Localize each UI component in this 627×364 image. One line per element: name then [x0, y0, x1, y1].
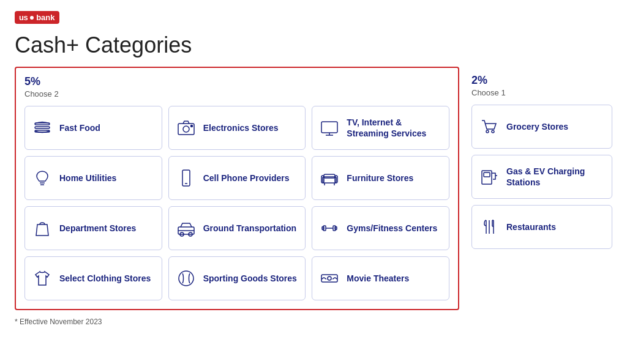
svg-rect-6 [321, 122, 337, 133]
category-label-clothing: Select Clothing Stores [59, 273, 151, 284]
category-card-gas-ev[interactable]: Gas & EV Charging Stations [471, 155, 612, 199]
tv-icon [318, 118, 340, 138]
category-label-gyms: Gyms/Fitness Centers [347, 223, 437, 234]
category-card-ground-transport[interactable]: Ground Transportation [168, 206, 306, 250]
category-label-tv-internet: TV, Internet & Streaming Services [347, 117, 443, 139]
category-grid-5: Fast Food Electronics Stores TV, Interne… [24, 106, 449, 300]
sofa-icon [318, 168, 340, 188]
svg-point-5 [190, 125, 192, 127]
category-label-cell-phone: Cell Phone Providers [203, 173, 290, 184]
category-label-furniture: Furniture Stores [347, 173, 413, 184]
category-grid-2: Grocery Stores Gas & EV Charging Station… [471, 105, 612, 249]
car-icon [175, 218, 197, 238]
footnote: * Effective November 2023 [15, 318, 612, 326]
svg-point-28 [179, 271, 193, 286]
bag-icon [31, 218, 53, 238]
category-card-clothing[interactable]: Select Clothing Stores [24, 256, 162, 300]
category-label-restaurants: Restaurants [506, 221, 556, 232]
camera-icon [175, 118, 197, 138]
svg-rect-34 [484, 173, 490, 177]
svg-rect-29 [321, 275, 337, 282]
svg-rect-1 [35, 127, 50, 128]
category-card-department[interactable]: Department Stores [24, 206, 162, 250]
section-5-percent: 5% Choose 2 Fast Food Electronics Stores [15, 67, 459, 310]
svg-point-31 [486, 130, 489, 133]
lightbulb-icon [31, 168, 53, 188]
logo-us-text: us [19, 13, 28, 22]
category-card-electronics[interactable]: Electronics Stores [168, 106, 306, 150]
section-5-label: 5% [24, 75, 449, 88]
ticket-icon [318, 269, 340, 288]
category-label-sporting-goods: Sporting Goods Stores [203, 273, 297, 284]
category-label-ground-transport: Ground Transportation [203, 223, 296, 234]
category-label-gas-ev: Gas & EV Charging Stations [506, 166, 606, 188]
burger-icon [31, 118, 53, 138]
main-layout: 5% Choose 2 Fast Food Electronics Stores [15, 67, 612, 310]
category-label-department: Department Stores [59, 223, 136, 234]
section-2-label: 2% [471, 74, 612, 87]
category-card-movie-theaters[interactable]: Movie Theaters [312, 256, 449, 300]
category-card-restaurants[interactable]: Restaurants [471, 205, 612, 249]
svg-rect-16 [324, 174, 335, 178]
svg-point-30 [328, 277, 331, 280]
category-label-fast-food: Fast Food [59, 122, 100, 133]
shirt-icon [31, 269, 53, 288]
category-card-furniture[interactable]: Furniture Stores [312, 156, 449, 200]
section-2-percent: 2% Choose 1 Grocery Stores Gas & EV Char… [471, 67, 612, 249]
category-card-gyms[interactable]: Gyms/Fitness Centers [312, 206, 449, 250]
category-card-sporting-goods[interactable]: Sporting Goods Stores [168, 256, 306, 300]
svg-point-4 [183, 126, 189, 132]
section-2-sublabel: Choose 1 [471, 88, 612, 97]
category-label-electronics: Electronics Stores [203, 122, 279, 133]
category-card-cell-phone[interactable]: Cell Phone Providers [168, 156, 306, 200]
us-bank-logo: us bank [15, 11, 59, 24]
logo-area: us bank [15, 11, 612, 24]
svg-point-32 [492, 130, 494, 133]
section-5-sublabel: Choose 2 [24, 89, 449, 98]
fork-icon [478, 217, 500, 237]
phone-icon [175, 168, 197, 188]
category-card-home-utilities[interactable]: Home Utilities [24, 156, 162, 200]
cart-icon [478, 117, 500, 136]
baseball-icon [175, 269, 197, 288]
category-label-grocery: Grocery Stores [506, 121, 568, 132]
page-title: Cash+ Categories [15, 32, 612, 58]
category-card-grocery[interactable]: Grocery Stores [471, 105, 612, 149]
category-label-movie-theaters: Movie Theaters [347, 273, 409, 284]
category-card-fast-food[interactable]: Fast Food [24, 106, 162, 150]
gas-icon [478, 167, 500, 187]
logo-bank-text: bank [36, 13, 54, 22]
category-label-home-utilities: Home Utilities [59, 173, 116, 184]
logo-dot [30, 16, 34, 20]
dumbbell-icon [318, 218, 340, 238]
category-card-tv-internet[interactable]: TV, Internet & Streaming Services [312, 106, 449, 150]
